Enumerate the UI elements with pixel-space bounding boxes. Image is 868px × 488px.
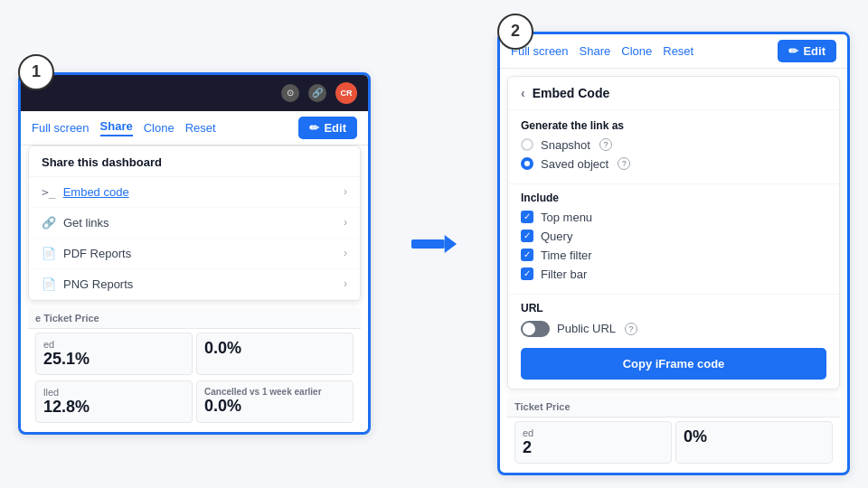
- divider2: [508, 294, 839, 295]
- clone-link[interactable]: Clone: [144, 121, 175, 135]
- snapshot-radio[interactable]: [521, 138, 533, 151]
- step2-metric1-label: ed: [523, 427, 664, 438]
- metric2-value: 0.0%: [204, 339, 345, 358]
- check-icon4: ✓: [524, 269, 531, 278]
- saved-object-option[interactable]: Saved object ?: [521, 157, 826, 171]
- query-checkbox[interactable]: ✓: [521, 230, 533, 242]
- metric3-label: lled: [43, 387, 184, 398]
- arrow-container: [407, 230, 461, 258]
- avatar: CR: [335, 82, 357, 104]
- back-button[interactable]: ‹: [521, 86, 525, 100]
- step2-ticket-label: Ticket Price: [514, 401, 571, 412]
- edit-button[interactable]: ✏ Edit: [298, 117, 357, 139]
- step1-topbar: ⊙ 🔗 CR: [21, 75, 368, 111]
- time-filter-label: Time filter: [541, 249, 592, 262]
- public-url-toggle[interactable]: [521, 321, 550, 337]
- chevron-right-icon: ›: [344, 185, 347, 198]
- check-icon: ✓: [524, 212, 531, 221]
- url-title: URL: [521, 302, 826, 314]
- saved-object-label: Saved object: [541, 157, 609, 171]
- metric4-label: Cancelled vs 1 week earlier: [204, 387, 345, 397]
- step2-reset-link[interactable]: Reset: [663, 44, 693, 58]
- share-icon: 🔗: [308, 84, 326, 102]
- pdf-reports-label: PDF Reports: [63, 247, 131, 260]
- get-links-label: Get links: [63, 216, 109, 230]
- main-container: 1 ⊙ 🔗 CR Full screen Share Clone Reset ✏…: [0, 0, 868, 488]
- step2-metric2-value: 0%: [684, 427, 825, 446]
- snapshot-help-icon: ?: [599, 138, 612, 151]
- include-title: Include: [521, 192, 826, 204]
- copy-iframe-button[interactable]: Copy iFrame code: [521, 348, 826, 380]
- step2-metrics: ed 2 0%: [507, 421, 840, 469]
- step1-panel: ⊙ 🔗 CR Full screen Share Clone Reset ✏ E…: [18, 72, 371, 435]
- e-ticket-label: e Ticket Price: [35, 313, 99, 324]
- fullscreen-link[interactable]: Full screen: [32, 121, 90, 135]
- get-links-item[interactable]: 🔗 Get links ›: [29, 208, 360, 239]
- toggle-row: Public URL ?: [521, 321, 826, 337]
- embed-panel-title: Embed Code: [533, 86, 610, 100]
- pdf-reports-item[interactable]: 📄 PDF Reports ›: [29, 239, 360, 269]
- metric-card-1: ed 25.1%: [35, 333, 193, 375]
- query-option[interactable]: ✓ Query: [521, 230, 826, 243]
- url-section: URL Public URL ?: [508, 296, 839, 344]
- top-menu-checkbox[interactable]: ✓: [521, 211, 533, 223]
- metric1-label: ed: [43, 339, 184, 350]
- share-link[interactable]: Share: [100, 119, 133, 136]
- public-url-help-icon: ?: [625, 323, 637, 335]
- dropdown-header: Share this dashboard: [29, 146, 360, 177]
- embed-code-panel: ‹ Embed Code Generate the link as Snapsh…: [507, 76, 840, 389]
- public-url-label: Public URL: [557, 322, 616, 335]
- step2-wrapper: 2 Full screen Share Clone Reset ✏ Edit ‹…: [497, 14, 850, 475]
- step2-circle: 2: [497, 14, 533, 50]
- chevron-right-icon2: ›: [344, 216, 347, 229]
- time-filter-checkbox[interactable]: ✓: [521, 249, 533, 261]
- metric-card-3: lled 12.8%: [35, 380, 193, 423]
- step1-navbar: Full screen Share Clone Reset ✏ Edit: [21, 111, 368, 145]
- check-icon3: ✓: [524, 250, 531, 259]
- step2-edit-button[interactable]: ✏ Edit: [778, 40, 836, 62]
- step2-dashboard: Ticket Price ed 2 0%: [500, 397, 847, 473]
- filter-bar-label: Filter bar: [541, 267, 587, 281]
- step2-share-link[interactable]: Share: [580, 44, 611, 58]
- embed-icon: >_: [42, 185, 56, 199]
- metrics-row2: lled 12.8% Cancelled vs 1 week earlier 0…: [28, 380, 361, 428]
- filter-bar-option[interactable]: ✓ Filter bar: [521, 267, 826, 281]
- step1-dashboard: e Ticket Price ed 25.1% 0.0% lled 12.8%: [21, 308, 368, 432]
- step2-metric1: ed 2: [514, 421, 672, 464]
- pdf-icon: 📄: [42, 247, 56, 260]
- pencil-icon: ✏: [309, 121, 319, 135]
- step2-clone-link[interactable]: Clone: [621, 44, 652, 58]
- time-filter-option[interactable]: ✓ Time filter: [521, 249, 826, 262]
- top-menu-option[interactable]: ✓ Top menu: [521, 211, 826, 224]
- metric3-value: 12.8%: [43, 398, 184, 417]
- share-dropdown: Share this dashboard >_ Embed code › 🔗 G…: [28, 145, 361, 301]
- svg-rect-1: [411, 239, 445, 249]
- reset-link[interactable]: Reset: [185, 121, 216, 135]
- metrics-row1: ed 25.1% 0.0%: [28, 333, 361, 380]
- metric1-value: 25.1%: [43, 350, 184, 369]
- generate-title: Generate the link as: [521, 119, 826, 132]
- snapshot-option[interactable]: Snapshot ?: [521, 138, 826, 152]
- step2-panel: Full screen Share Clone Reset ✏ Edit ‹ E…: [497, 32, 850, 475]
- embed-code-item[interactable]: >_ Embed code ›: [29, 177, 360, 208]
- help-icon: ⊙: [281, 84, 299, 102]
- step2-pencil-icon: ✏: [788, 44, 798, 58]
- top-menu-label: Top menu: [541, 211, 592, 224]
- metric-card-4: Cancelled vs 1 week earlier 0.0%: [196, 380, 354, 423]
- snapshot-label: Snapshot: [541, 138, 590, 152]
- filter-bar-checkbox[interactable]: ✓: [521, 267, 533, 280]
- link-icon: 🔗: [42, 216, 56, 230]
- query-label: Query: [541, 230, 572, 243]
- step2-navbar: Full screen Share Clone Reset ✏ Edit: [500, 34, 847, 69]
- divider1: [508, 183, 839, 184]
- step1-wrapper: 1 ⊙ 🔗 CR Full screen Share Clone Reset ✏…: [18, 54, 371, 435]
- ticket-price-label: e Ticket Price: [28, 308, 361, 329]
- png-reports-item[interactable]: 📄 PNG Reports ›: [29, 269, 360, 300]
- step2-metric2: 0%: [675, 421, 833, 464]
- chevron-right-icon3: ›: [344, 247, 347, 259]
- chevron-right-icon4: ›: [344, 277, 347, 290]
- png-reports-label: PNG Reports: [63, 277, 133, 291]
- svg-marker-2: [445, 235, 457, 253]
- saved-object-radio[interactable]: [521, 157, 533, 170]
- step2-metric1-value: 2: [523, 438, 664, 457]
